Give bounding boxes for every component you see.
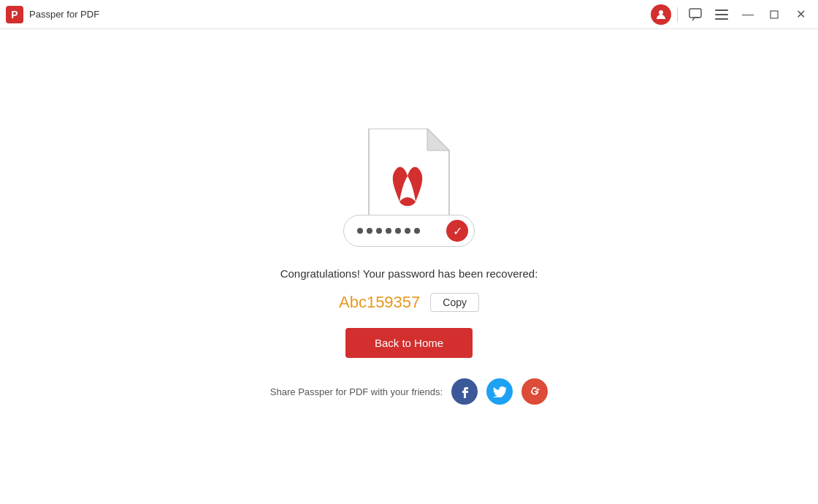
dot-4: [386, 228, 391, 234]
twitter-share-button[interactable]: [486, 378, 513, 405]
titlebar: P Passper for PDF —: [0, 0, 818, 29]
congratulations-text: Congratulations! Your password has been …: [280, 267, 538, 280]
share-row: Share Passper for PDF with your friends:: [270, 378, 548, 405]
dot-2: [367, 228, 372, 234]
dot-6: [405, 228, 410, 234]
hamburger-icon: [715, 9, 728, 20]
chat-icon: [689, 8, 702, 21]
profile-button[interactable]: [651, 4, 671, 25]
profile-icon: [655, 9, 667, 20]
app-icon: P: [6, 6, 23, 23]
dot-5: [395, 228, 401, 234]
chat-button[interactable]: [684, 3, 707, 26]
maximize-button[interactable]: [762, 3, 786, 26]
pdf-icon-wrapper: ✓: [343, 129, 475, 247]
facebook-share-button[interactable]: [451, 378, 478, 405]
twitter-icon: [493, 386, 506, 397]
svg-point-0: [659, 10, 663, 15]
recovered-password: Abc159357: [339, 293, 420, 312]
check-circle: ✓: [446, 220, 468, 242]
back-to-home-button[interactable]: Back to Home: [345, 328, 473, 358]
svg-rect-3: [715, 14, 728, 15]
svg-rect-4: [715, 18, 728, 20]
password-dots: [357, 228, 420, 234]
googleplus-icon: [527, 387, 542, 397]
titlebar-controls: — ✕: [651, 3, 812, 26]
googleplus-share-button[interactable]: [521, 378, 548, 405]
main-content: ✓ Congratulations! Your password has bee…: [0, 29, 818, 504]
minimize-button[interactable]: —: [736, 3, 760, 26]
menu-button[interactable]: [710, 3, 733, 26]
facebook-icon: [461, 385, 468, 398]
copy-button[interactable]: Copy: [430, 293, 479, 312]
titlebar-left: P Passper for PDF: [6, 6, 99, 23]
svg-rect-1: [689, 9, 701, 18]
app-title: Passper for PDF: [29, 9, 99, 20]
close-button[interactable]: ✕: [789, 3, 812, 26]
dot-3: [376, 228, 382, 234]
dot-1: [357, 228, 363, 234]
password-bar: ✓: [343, 215, 475, 247]
maximize-icon: [770, 10, 779, 19]
separator: [677, 7, 678, 22]
svg-rect-5: [771, 11, 778, 18]
dot-7: [414, 228, 420, 234]
password-display: Abc159357 Copy: [339, 293, 479, 312]
share-label: Share Passper for PDF with your friends:: [270, 386, 443, 397]
svg-rect-2: [715, 9, 728, 11]
